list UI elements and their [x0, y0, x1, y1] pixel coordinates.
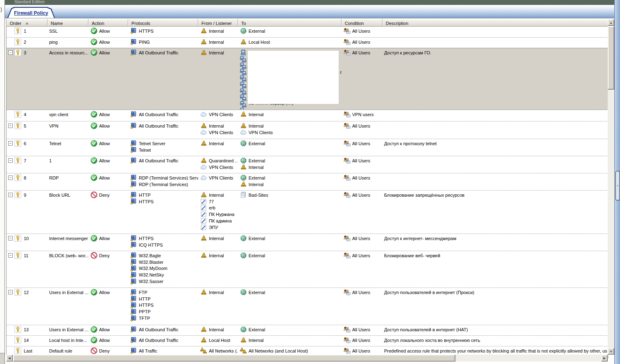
table-row[interactable]: −71AllowAll Outbound TrafficQuarantined … [7, 156, 608, 173]
protocols-cell: All Outbound Traffic [128, 156, 198, 173]
column-header-to[interactable]: To [238, 19, 342, 26]
table-row[interactable]: 2pingAllowPINGInternalLocal HostAll User… [7, 37, 608, 48]
horizontal-scroll-thumb[interactable] [13, 355, 455, 362]
scroll-down-button[interactable]: ▼ [608, 348, 614, 355]
name-cell: Internet messenger [48, 234, 88, 251]
network-icon [200, 141, 207, 146]
name-cell: BLOCK (web- wor... [48, 251, 88, 288]
order-cell: −7 [7, 156, 48, 173]
cell-label: All Outbound Traffic [139, 327, 178, 332]
expand-collapse-toggle[interactable]: − [8, 141, 13, 146]
order-line: 2 [8, 39, 47, 45]
computer-object-icon [200, 199, 207, 204]
protocols-cell: FTPHTTPHTTPSPPTPTFTP [128, 288, 198, 325]
cell-label: Deny [99, 348, 110, 353]
expand-collapse-toggle[interactable]: − [8, 290, 13, 294]
cell-label: External [249, 141, 265, 146]
allow-icon [90, 289, 97, 296]
users-icon [343, 111, 351, 117]
deny-icon [90, 347, 97, 354]
order-cell: 13 [7, 325, 48, 335]
table-row[interactable]: −3Access in resourc...AllowAll Outbound … [7, 48, 608, 110]
rule-icon [14, 49, 21, 56]
redacted-area [248, 51, 339, 104]
cell-label: VPN Clients [209, 130, 233, 135]
column-header-from-listener[interactable]: From / Listener [198, 19, 238, 26]
rule-name: Users in External ... [49, 326, 88, 333]
vertical-scroll-thumb[interactable] [608, 26, 614, 90]
cell-line: All Networks (and Local Host) [240, 348, 341, 354]
tab-firewall-policy[interactable]: Firewall Policy [7, 7, 55, 18]
horizontal-scrollbar[interactable]: ◀ ▶ [6, 355, 608, 362]
network-icon [200, 123, 207, 129]
order-cell: −10 [7, 234, 48, 251]
cell-line: External [240, 289, 341, 296]
column-header-description[interactable]: Description [382, 19, 608, 26]
action-cell: Deny [88, 251, 128, 288]
cell-label: ПК админа [209, 218, 232, 223]
table-row[interactable]: −8RDPAllowRDP (Terminal Services) Server… [7, 173, 608, 190]
cell-label: W32.Bagle [139, 253, 161, 258]
table-row[interactable]: −10Internet messengerAllowHTTPSICQ HTTPS… [7, 234, 608, 251]
globe-icon [240, 28, 247, 34]
condition-cell: All Users [342, 121, 382, 139]
column-header-name[interactable]: Name [48, 19, 88, 26]
table-row[interactable]: −12Users in External ...AllowFTPHTTPHTTP… [7, 288, 608, 325]
order-cell: −5 [7, 121, 48, 139]
protocols-cell: All Outbound Traffic [128, 110, 198, 121]
cell-line: VPN Clients [240, 129, 341, 136]
network-icon [200, 39, 207, 45]
column-header-order[interactable]: Order [7, 19, 48, 26]
expand-collapse-toggle[interactable]: − [8, 158, 13, 163]
vertical-scrollbar[interactable]: ▲ ▼ [608, 19, 614, 355]
column-header-action[interactable]: Action [88, 19, 128, 26]
to-cell: External [238, 288, 342, 325]
table-row[interactable]: −9Block URLDenyHTTPHTTPSInternal77erbПК … [7, 190, 608, 234]
computers-group-icon [240, 82, 247, 88]
to-cell: ExternalInternal [238, 156, 342, 173]
cell-label: Internal [209, 290, 224, 295]
scroll-right-button[interactable]: ▶ [601, 355, 608, 362]
cell-line: Bad-Sites [240, 192, 341, 198]
table-row[interactable]: 1SSLAllowHTTPSInternalExternalAll Users [7, 27, 608, 37]
users-icon [343, 140, 351, 146]
order-number: 5 [23, 124, 26, 128]
cell-label: All Users [352, 124, 370, 128]
cell-label: All Users [352, 338, 370, 343]
cell-label: All Users [352, 158, 370, 163]
scroll-left-button[interactable]: ◀ [6, 355, 13, 362]
table-row[interactable]: 13Users in External ...AllowAll Outbound… [7, 325, 608, 335]
table-row[interactable]: −6TelnetAllowTelnet ServerTelnetInternal… [7, 139, 608, 156]
expand-collapse-toggle[interactable]: − [8, 253, 13, 258]
table-row[interactable]: 4vpn clientAllowAll Outbound TrafficVPN … [7, 110, 608, 121]
rule-description: Доступ пользователей в интернет (Прокси) [384, 289, 607, 296]
scroll-up-button[interactable]: ▲ [608, 19, 614, 26]
expand-collapse-toggle[interactable]: − [8, 236, 13, 240]
cell-line: All Networks (... [200, 348, 237, 354]
cell-line: Deny [90, 348, 127, 354]
expand-collapse-toggle[interactable]: − [8, 175, 13, 180]
cell-label: Internal [209, 40, 224, 45]
expand-collapse-toggle[interactable]: − [8, 193, 13, 197]
rule-name: Block URL [49, 192, 88, 198]
cell-label: W32.MyDoom [139, 266, 167, 271]
table-row[interactable]: −11BLOCK (web- wor...DenyW32.BagleW32.Bl… [7, 251, 608, 288]
cell-line: TFTP [130, 315, 197, 321]
cell-line: Telnet Server [130, 140, 197, 147]
order-number: 8 [23, 175, 26, 180]
from-cell: Internal [198, 288, 238, 325]
task-pane-expander-button[interactable]: › [615, 171, 620, 200]
grid-body: 1SSLAllowHTTPSInternalExternalAll Users2… [7, 27, 608, 358]
cell-line: External [240, 252, 341, 259]
expand-collapse-toggle[interactable]: − [8, 124, 13, 128]
table-row[interactable]: 14Local host in Inte...AllowAll Outbound… [7, 335, 608, 346]
table-row[interactable]: −5VPNAllowAll Outbound TrafficInternalVP… [7, 121, 608, 139]
order-number: 2 [23, 40, 26, 45]
expand-collapse-toggle[interactable]: − [8, 50, 13, 55]
cell-label: External [249, 158, 265, 163]
description-cell: Доступ к ресурсам ГО. [382, 48, 608, 110]
column-header-condition[interactable]: Condition [342, 19, 382, 26]
cell-line: Allow [90, 157, 127, 164]
column-header-protocols[interactable]: Protocols [128, 19, 198, 26]
cell-label: Allow [99, 29, 110, 34]
